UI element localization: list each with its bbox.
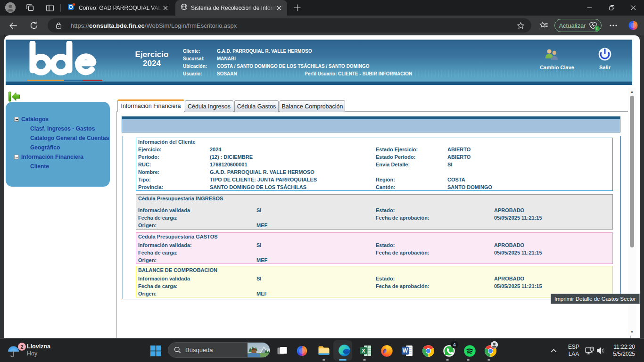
ubicacion-value: COSTA / SANTO DOMINGO DE LOS TSÁCHILAS /…	[217, 64, 370, 69]
spotify-icon[interactable]	[462, 343, 477, 358]
svg-text:W: W	[403, 347, 408, 354]
content-wrapper: Información del Cliente Ejercicio: 2024 …	[123, 136, 621, 299]
language-line2: LAA	[565, 351, 583, 358]
browser-profile-avatar[interactable]	[5, 2, 16, 13]
field-label: Envia Detalle:	[376, 162, 410, 167]
sidebar-item-clasf-ingresos-gastos[interactable]: Clasf. Ingresos - Gastos	[30, 125, 95, 132]
word-icon[interactable]: W	[400, 343, 415, 358]
browser-titlebar: Correo: GAD PARROQUIAL VALLE Sistema de …	[0, 0, 644, 16]
tray-network-icon[interactable]	[583, 345, 595, 357]
collapse-minus-icon[interactable]	[14, 117, 19, 122]
running-indicator	[363, 359, 366, 361]
search-icon	[174, 346, 181, 354]
tab-cedula-gastos[interactable]: Cédula Gastos	[234, 100, 279, 112]
tray-clock[interactable]: 11:22:20 5/5/2025	[613, 344, 635, 358]
whatsapp-icon[interactable]: 4	[441, 343, 456, 358]
sidebar-group-informacion-financiera[interactable]: Información Financiera	[14, 154, 83, 160]
field-label: Región:	[376, 177, 395, 182]
collapse-minus-icon[interactable]	[14, 155, 19, 159]
scroll-down-icon[interactable]: ▼	[628, 328, 636, 336]
sidebar-item-geografico[interactable]: Geográfico	[30, 144, 60, 151]
tab-label: Balance Comprobación	[282, 103, 343, 110]
browser-tab-sistema[interactable]: Sistema de Recoleccion de Inform	[175, 0, 287, 16]
field-label: Estado:	[376, 207, 395, 213]
task-view-icon[interactable]	[274, 343, 289, 358]
firefox-icon[interactable]	[379, 343, 394, 358]
tab-cedula-ingresos[interactable]: Cédula Ingresos	[185, 100, 233, 112]
url-text: https://consulta.bde.fin.ec/WebSim/Login…	[71, 22, 237, 29]
running-indicator	[487, 359, 490, 361]
back-button[interactable]	[6, 18, 20, 33]
cambio-clave-link[interactable]: Cambio Clave	[538, 65, 576, 70]
taskbar-weather-widget[interactable]: 2 Llovizna Hoy	[5, 342, 50, 359]
field-label: RUC:	[138, 162, 151, 167]
window-close-button[interactable]	[622, 0, 644, 16]
edge-active-background[interactable]	[333, 340, 352, 361]
refresh-button[interactable]	[27, 18, 41, 33]
taskbar: 2 Llovizna Hoy Búsqueda	[0, 338, 644, 362]
actualizar-button[interactable]: Actualizar !	[554, 19, 602, 32]
cliente-label: Cliente:	[183, 49, 200, 54]
field-value: SI	[447, 162, 452, 167]
browser-menu-icon[interactable]	[606, 18, 620, 33]
workspaces-icon[interactable]	[26, 3, 35, 15]
window-restore-button[interactable]	[601, 0, 622, 16]
tabstrip-divider	[60, 4, 61, 12]
scroll-up-icon[interactable]: ▲	[628, 88, 636, 95]
excel-icon[interactable]: X	[358, 343, 373, 358]
copilot-icon[interactable]	[627, 20, 639, 33]
favorites-list-icon[interactable]	[537, 18, 551, 33]
tab-balance-comprobacion[interactable]: Balance Comprobación	[280, 100, 345, 112]
taskbar-copilot-icon[interactable]	[294, 343, 309, 358]
ubicacion-label: Ubicación:	[183, 64, 207, 69]
cambio-clave-icon[interactable]	[544, 48, 560, 63]
tray-chevron-icon[interactable]	[548, 345, 559, 356]
chrome-profile-icon[interactable]	[483, 343, 498, 358]
start-button[interactable]	[148, 343, 163, 358]
sidebar-item-catalogo-general[interactable]: Catálogo General de Cuentas	[30, 135, 109, 141]
field-label: Estado:	[376, 276, 395, 281]
browser-tab-correo[interactable]: Correo: GAD PARROQUIAL VALLE	[64, 0, 173, 16]
tray-language-indicator[interactable]: ESP LAA	[565, 344, 583, 358]
tab-informacion-financiera[interactable]: Información Financiera	[117, 99, 184, 112]
field-value: 05/05/2025 11:21:15	[494, 283, 542, 289]
tab-close-icon[interactable]	[275, 4, 283, 12]
perfil-value: CLIENTE - SUBIR INFORMACION	[338, 71, 412, 76]
salir-icon[interactable]	[598, 47, 612, 63]
browser-viewport: Ejercicio 2024 Cliente: G.A.D. PARROQUIA…	[0, 35, 644, 338]
usuario-value: SOSAAN	[217, 71, 237, 76]
tab-title: Sistema de Recoleccion de Inform	[191, 5, 275, 11]
collapse-menu-icon[interactable]	[8, 91, 20, 102]
stripe-orange	[27, 80, 64, 81]
file-explorer-icon[interactable]	[316, 343, 331, 358]
scrollbar-thumb[interactable]	[630, 96, 634, 247]
field-value: G.A.D. PARROQUIAL R. VALLE HERMOSO	[210, 169, 314, 175]
tab-close-icon[interactable]	[162, 4, 169, 12]
favorite-star-icon[interactable]	[517, 22, 525, 30]
field-value: SANTO DOMINGO DE LOS TSÁCHILAS	[210, 184, 306, 190]
tab-actions-icon[interactable]	[45, 3, 55, 15]
client-info-box: Información del Cliente Ejercicio: 2024 …	[136, 138, 613, 191]
window-minimize-button[interactable]	[578, 0, 600, 16]
tab-label: Cédula Ingresos	[188, 103, 231, 110]
field-label: Período:	[138, 154, 159, 160]
field-label: Tipo:	[138, 177, 151, 182]
field-value: ABIERTO	[447, 154, 471, 160]
sidebar-group-catalogos[interactable]: Catálogos	[14, 116, 49, 123]
salir-link[interactable]: Salir	[596, 65, 614, 70]
search-daily-image[interactable]	[248, 343, 270, 357]
sidebar-group-label[interactable]: Información Financiera	[21, 154, 83, 160]
field-value: 2024	[210, 147, 221, 152]
sidebar-group-label[interactable]: Catálogos	[21, 116, 49, 123]
tab-label: Cédula Gastos	[237, 103, 276, 110]
new-tab-button[interactable]	[293, 4, 301, 14]
box-title: Cédula Presupuestaria GASTOS	[138, 234, 218, 239]
lock-icon[interactable]	[56, 22, 62, 29]
chrome-icon[interactable]	[421, 343, 436, 358]
tray-volume-icon[interactable]	[594, 345, 607, 357]
taskbar-search[interactable]: Búsqueda	[168, 342, 270, 358]
url-bar[interactable]: https://consulta.bde.fin.ec/WebSim/Login…	[48, 18, 531, 33]
bde-header: Ejercicio 2024 Cliente: G.A.D. PARROQUIA…	[6, 40, 632, 85]
sidebar-item-cliente[interactable]: Cliente	[30, 163, 49, 170]
edge-icon[interactable]	[337, 343, 352, 358]
